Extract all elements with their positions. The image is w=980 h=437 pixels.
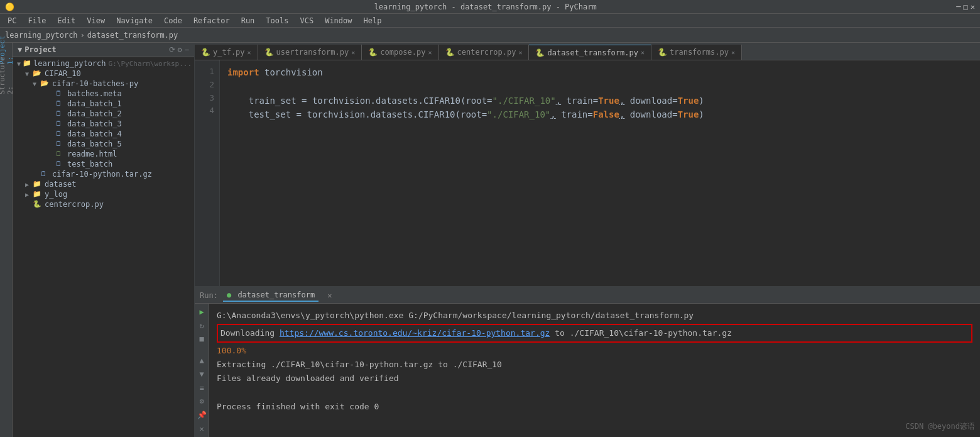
output-downloading: Downloading https://www.cs.toronto.edu/~… xyxy=(217,324,972,343)
run-stop-button[interactable]: ■ xyxy=(196,334,207,345)
project-panel-tab[interactable]: 1: Project xyxy=(1,45,11,55)
line-num-4: 4 xyxy=(195,104,219,118)
output-link[interactable]: https://www.cs.toronto.edu/~kriz/cifar-1… xyxy=(280,328,550,338)
minimize-icon[interactable]: ─ xyxy=(956,3,961,11)
tab-compose[interactable]: 🐍 compose.py ✕ xyxy=(362,45,438,60)
tree-item-databatch2[interactable]: 🗒 data_batch_2 xyxy=(13,109,194,119)
minus-icon[interactable]: − xyxy=(185,45,189,54)
menu-help[interactable]: Help xyxy=(359,15,387,26)
tab-usertransform[interactable]: 🐍 usertransform.py ✕ xyxy=(258,45,362,60)
run-tab-dataset-transform[interactable]: ● dataset_transform xyxy=(223,289,318,302)
file-icon-testbatch: 🗒 xyxy=(55,160,65,169)
breadcrumb-project[interactable]: learning_pytorch xyxy=(5,31,78,40)
tree-label-readme: readme.html xyxy=(67,150,117,158)
menu-navigate[interactable]: Navigate xyxy=(111,15,158,26)
run-panel: Run: ● dataset_transform ✕ ▶ ↻ ■ ▲ ▼ ≡ ⚙ xyxy=(195,286,980,437)
tree-item-databatch3[interactable]: 🗒 data_batch_3 xyxy=(13,119,194,129)
code-editor[interactable]: 1 2 3 4 import torchvision train_set = t… xyxy=(195,60,980,286)
tree-item-batches-meta[interactable]: 🗒 batches.meta xyxy=(13,89,194,99)
tree-path-root: G:\PyCharm\worksp... xyxy=(109,60,192,68)
tab-close-transforms[interactable]: ✕ xyxy=(731,49,735,56)
tab-dataset-transform[interactable]: 🐍 dataset_transform.py ✕ xyxy=(529,45,651,60)
run-play-button[interactable]: ▶ xyxy=(196,306,207,318)
tree-arrow-ylog: ▶ xyxy=(25,191,33,198)
gear-icon[interactable]: ⚙ xyxy=(178,45,182,54)
tab-transforms[interactable]: 🐍 transforms.py ✕ xyxy=(651,45,742,60)
tree-label-testbatch: test_batch xyxy=(67,160,112,169)
tab-label-ytf: y_tf.py xyxy=(213,48,245,57)
tab-ytf[interactable]: 🐍 y_tf.py ✕ xyxy=(195,45,258,60)
menu-edit[interactable]: Edit xyxy=(52,15,80,26)
run-filter-button[interactable]: ≡ xyxy=(196,382,207,394)
breadcrumb-file[interactable]: dataset_transform.py xyxy=(87,31,178,40)
tree-item-cifar10[interactable]: ▼ 📂 CIFAR_10 xyxy=(13,69,194,79)
project-header-icons: ⟳ ⚙ − xyxy=(169,45,189,54)
tree-item-databatch5[interactable]: 🗒 data_batch_5 xyxy=(13,139,194,149)
sync-icon[interactable]: ⟳ xyxy=(169,45,175,54)
tree-item-testbatch[interactable]: 🗒 test_batch xyxy=(13,159,194,169)
output-percent: 100.0% xyxy=(217,344,972,358)
project-panel: ▼ Project ⟳ ⚙ − ▼ 📁 learning_pytorch G:\… xyxy=(13,43,195,437)
code-content[interactable]: import torchvision train_set = torchvisi… xyxy=(220,60,980,286)
run-side-buttons: ▶ ↻ ■ ▲ ▼ ≡ ⚙ 📌 ✕ xyxy=(195,304,209,437)
run-close-button[interactable]: ✕ xyxy=(196,423,207,434)
menu-view[interactable]: View xyxy=(82,15,110,26)
run-close-tab[interactable]: ✕ xyxy=(324,290,335,301)
menu-run[interactable]: Run xyxy=(236,15,260,26)
menu-pc[interactable]: PC xyxy=(3,15,21,26)
menu-tools[interactable]: Tools xyxy=(261,15,293,26)
tab-label-transforms: transforms.py xyxy=(670,48,729,57)
menu-file[interactable]: File xyxy=(23,15,51,26)
tree-label-cifar10: CIFAR_10 xyxy=(45,69,81,78)
tree-item-root[interactable]: ▼ 📁 learning_pytorch G:\PyCharm\worksp..… xyxy=(13,58,194,69)
tree-item-databatch1[interactable]: 🗒 data_batch_1 xyxy=(13,99,194,109)
tree-label-ylog: y_log xyxy=(45,190,67,199)
project-dropdown-icon[interactable]: ▼ xyxy=(18,45,22,54)
code-line-3: train_set = torchvision.datasets.CIFAR10… xyxy=(227,94,972,108)
tree-item-centercrop[interactable]: 🐍 centercrop.py xyxy=(13,199,194,209)
tree-arrow-batches: ▼ xyxy=(33,80,40,87)
tree-label-databatch4: data_batch_4 xyxy=(67,130,122,138)
file-icon-databatch2: 🗒 xyxy=(55,109,65,118)
maximize-icon[interactable]: □ xyxy=(964,3,968,11)
tree-item-databatch4[interactable]: 🗒 data_batch_4 xyxy=(13,129,194,139)
close-icon[interactable]: ✕ xyxy=(971,3,975,11)
run-pin-button[interactable]: 📌 xyxy=(196,409,207,421)
file-icon-readme: 🗒 xyxy=(55,150,65,158)
run-scroll-down-button[interactable]: ▼ xyxy=(196,368,207,380)
run-settings-button[interactable]: ⚙ xyxy=(196,396,207,407)
run-scroll-up-button[interactable]: ▲ xyxy=(196,355,207,366)
tree-label-databatch3: data_batch_3 xyxy=(67,119,122,128)
tree-arrow-cifar10: ▼ xyxy=(25,70,33,77)
menu-bar: PC File Edit View Navigate Code Refactor… xyxy=(0,14,980,28)
folder-icon-cifar10: 📂 xyxy=(33,69,43,78)
tab-label-centercrop: centercrop.py xyxy=(457,48,516,57)
tree-item-readme[interactable]: 🗒 readme.html xyxy=(13,149,194,159)
menu-vcs[interactable]: VCS xyxy=(295,15,318,26)
tree-label-centercrop: centercrop.py xyxy=(45,200,104,209)
menu-code[interactable]: Code xyxy=(159,15,187,26)
structure-panel-tab[interactable]: 2: Structure xyxy=(1,70,11,80)
tab-close-centercrop[interactable]: ✕ xyxy=(518,49,522,56)
tab-close-compose[interactable]: ✕ xyxy=(428,49,432,56)
menu-refactor[interactable]: Refactor xyxy=(188,15,235,26)
tab-close-dataset-transform[interactable]: ✕ xyxy=(641,49,645,56)
project-tree[interactable]: ▼ 📁 learning_pytorch G:\PyCharm\worksp..… xyxy=(13,57,194,437)
run-content: ▶ ↻ ■ ▲ ▼ ≡ ⚙ 📌 ✕ G:\Anaconda3\envs\y_py… xyxy=(195,304,980,437)
line-numbers: 1 2 3 4 xyxy=(195,60,220,286)
tab-centercrop[interactable]: 🐍 centercrop.py ✕ xyxy=(439,45,530,60)
tree-item-tarfile[interactable]: 🗒 cifar-10-python.tar.gz xyxy=(13,169,194,179)
run-rerun-button[interactable]: ↻ xyxy=(196,320,207,331)
tree-item-dataset[interactable]: ▶ 📁 dataset xyxy=(13,179,194,189)
menu-window[interactable]: Window xyxy=(320,15,357,26)
tree-item-ylog[interactable]: ▶ 📁 y_log xyxy=(13,189,194,199)
tab-label-usertransform: usertransform.py xyxy=(276,48,349,57)
tab-close-usertransform[interactable]: ✕ xyxy=(351,49,355,56)
title-bar-left: 🟡 xyxy=(5,3,14,11)
main-layout: 1: Project 2: Structure ▼ Project ⟳ ⚙ − … xyxy=(0,43,980,437)
tab-label-compose: compose.py xyxy=(380,48,425,57)
title-bar: 🟡 learning_pytorch - dataset_transform.p… xyxy=(0,0,980,14)
tree-item-batches[interactable]: ▼ 📂 cifar-10-batches-py xyxy=(13,79,194,89)
output-extracting: Extracting ./CIFAR_10\cifar-10-python.ta… xyxy=(217,358,972,372)
tab-close-ytf[interactable]: ✕ xyxy=(248,49,251,56)
